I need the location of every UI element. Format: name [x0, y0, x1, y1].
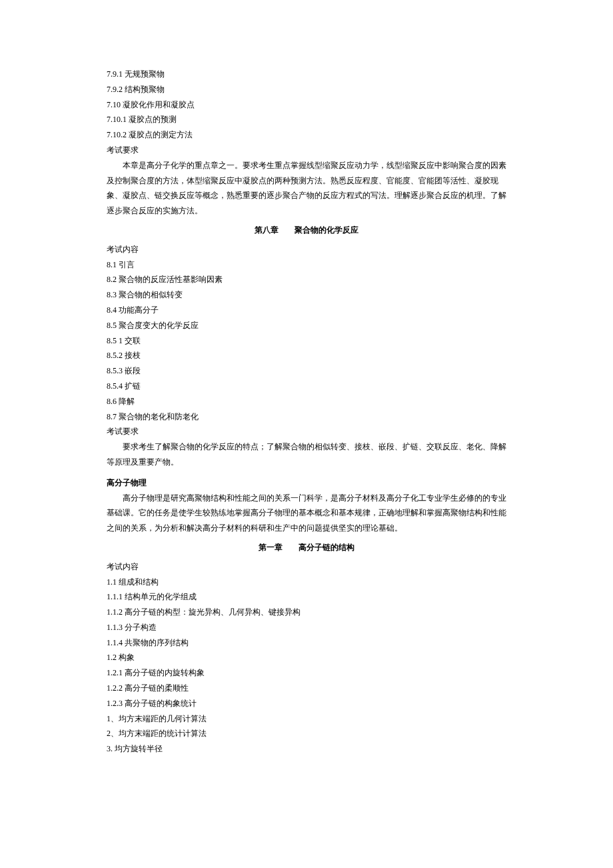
chapter-1-title: 第一章 高分子链的结构 — [107, 540, 506, 555]
physics-intro: 高分子物理是研究高聚物结构和性能之间的关系一门科学，是高分子材料及高分子化工专业… — [107, 491, 506, 536]
outline-item: 8.5 1 交联 — [107, 333, 506, 349]
chapter-8-title: 第八章 聚合物的化学反应 — [107, 223, 506, 238]
exam-content-label: 考试内容 — [107, 559, 506, 575]
outline-item: 1、均方末端距的几何计算法 — [107, 711, 506, 727]
outline-item: 8.7 聚合物的老化和防老化 — [107, 409, 506, 425]
exam-requirements-ch8: 要求考生了解聚合物的化学反应的特点；了解聚合物的相似转变、接枝、嵌段、扩链、交联… — [107, 439, 506, 470]
outline-item: 1.2.3 高分子链的构象统计 — [107, 696, 506, 711]
exam-requirements-label: 考试要求 — [107, 143, 506, 158]
outline-item: 7.10.2 凝胶点的测定方法 — [107, 127, 506, 143]
outline-item: 8.3 聚合物的相似转变 — [107, 287, 506, 303]
exam-requirements-ch7: 本章是高分子化学的重点章之一。要求考生重点掌握线型缩聚反应动力学，线型缩聚反应中… — [107, 158, 506, 219]
outline-item: 8.5 聚合度变大的化学反应 — [107, 318, 506, 333]
outline-item: 8.4 功能高分子 — [107, 303, 506, 318]
outline-item: 1.1.3 分子构造 — [107, 620, 506, 635]
outline-item: 8.6 降解 — [107, 394, 506, 409]
outline-item: 1.2.1 高分子链的内旋转构象 — [107, 665, 506, 681]
outline-item: 1.1.2 高分子链的构型：旋光异构、几何异构、键接异构 — [107, 605, 506, 620]
exam-content-label: 考试内容 — [107, 242, 506, 257]
outline-item: 8.5.4 扩链 — [107, 379, 506, 394]
outline-item: 3. 均方旋转半径 — [107, 741, 506, 757]
outline-item: 2、均方末端距的统计计算法 — [107, 726, 506, 741]
outline-item: 7.10.1 凝胶点的预测 — [107, 112, 506, 127]
physics-section-title: 高分子物理 — [107, 475, 506, 491]
outline-item: 8.5.2 接枝 — [107, 348, 506, 363]
outline-item: 1.2 构象 — [107, 650, 506, 665]
outline-item: 8.2 聚合物的反应活性基影响因素 — [107, 272, 506, 287]
outline-item: 8.1 引言 — [107, 257, 506, 273]
exam-requirements-label: 考试要求 — [107, 424, 506, 439]
outline-item: 8.5.3 嵌段 — [107, 363, 506, 379]
outline-item: 1.2.2 高分子链的柔顺性 — [107, 681, 506, 696]
outline-item: 1.1.4 共聚物的序列结构 — [107, 635, 506, 651]
outline-item: 1.1 组成和结构 — [107, 575, 506, 590]
outline-item: 7.9.1 无规预聚物 — [107, 67, 506, 82]
outline-item: 7.10 凝胶化作用和凝胶点 — [107, 97, 506, 113]
outline-item: 7.9.2 结构预聚物 — [107, 82, 506, 97]
outline-item: 1.1.1 结构单元的化学组成 — [107, 589, 506, 605]
